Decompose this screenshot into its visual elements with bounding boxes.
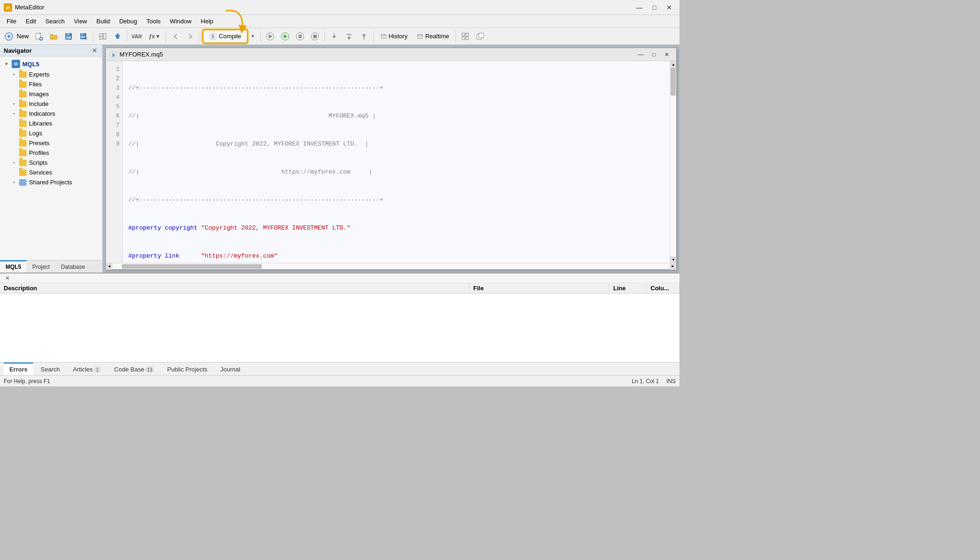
nav-item-profiles[interactable]: Profiles bbox=[0, 148, 102, 158]
nav-label-include: Include bbox=[29, 100, 49, 107]
back-button[interactable] bbox=[168, 30, 182, 43]
menu-search[interactable]: Search bbox=[41, 15, 69, 28]
scroll-up-arrow[interactable]: ▲ bbox=[670, 61, 676, 68]
open-button[interactable] bbox=[47, 30, 61, 43]
title-bar: M MetaEditor — □ ✕ bbox=[0, 0, 679, 15]
tab-codebase-label: Code Base bbox=[114, 366, 144, 373]
nav-item-scripts[interactable]: + Scripts bbox=[0, 158, 102, 168]
nav-root-mql5[interactable]: ▼ M MQL5 bbox=[0, 58, 102, 70]
svg-marker-25 bbox=[284, 35, 287, 38]
scroll-thumb[interactable] bbox=[671, 68, 676, 96]
code-close-button[interactable]: ✕ bbox=[661, 50, 672, 59]
compile-area: 5 Compile ▾ bbox=[203, 29, 258, 43]
separator-1 bbox=[93, 31, 93, 42]
history-button[interactable]: History bbox=[376, 31, 412, 42]
new-file-button[interactable] bbox=[32, 30, 46, 43]
save-all-button[interactable] bbox=[77, 30, 91, 43]
bottom-panel-close-button[interactable]: ✕ bbox=[4, 274, 11, 282]
menu-help[interactable]: Help bbox=[196, 15, 218, 28]
nav-label-shared-projects: Shared Projects bbox=[29, 179, 72, 186]
maximize-button[interactable]: □ bbox=[648, 2, 661, 13]
save-button[interactable] bbox=[62, 30, 76, 43]
svg-line-38 bbox=[381, 35, 384, 36]
svg-rect-15 bbox=[81, 36, 85, 38]
fx-button[interactable]: ƒx ▾ bbox=[145, 30, 163, 43]
minimize-button[interactable]: — bbox=[633, 2, 646, 13]
bottom-tabs: Errors Search Articles1 Code Base13 Publ… bbox=[0, 362, 679, 376]
menu-view[interactable]: View bbox=[70, 15, 92, 28]
horizontal-scrollbar[interactable]: ◄ ► bbox=[106, 263, 676, 269]
tab-mql5[interactable]: MQL5 bbox=[0, 260, 27, 273]
code-minimize-button[interactable]: — bbox=[635, 50, 646, 59]
svg-line-39 bbox=[384, 35, 386, 36]
tile-button[interactable] bbox=[458, 30, 472, 43]
new-button[interactable] bbox=[2, 30, 16, 43]
menu-file[interactable]: File bbox=[2, 15, 21, 28]
nav-item-logs[interactable]: Logs bbox=[0, 128, 102, 138]
menu-edit[interactable]: Edit bbox=[21, 15, 41, 28]
scroll-down-arrow[interactable]: ▼ bbox=[670, 256, 676, 263]
scroll-track[interactable] bbox=[670, 68, 676, 256]
nav-item-images[interactable]: Images bbox=[0, 89, 102, 99]
realtime-button[interactable]: Realtime bbox=[413, 31, 453, 42]
column-description: Description bbox=[0, 283, 469, 293]
expand-icon: + bbox=[11, 101, 17, 107]
switch-view-button[interactable] bbox=[96, 30, 110, 43]
h-scroll-thumb[interactable] bbox=[122, 264, 262, 269]
publish-button[interactable] bbox=[111, 30, 125, 43]
menu-debug[interactable]: Debug bbox=[114, 15, 141, 28]
code-maximize-button[interactable]: □ bbox=[648, 50, 659, 59]
nav-item-include[interactable]: + Include bbox=[0, 99, 102, 109]
tab-database[interactable]: Database bbox=[56, 260, 91, 273]
nav-root-label: MQL5 bbox=[22, 61, 39, 68]
forward-button[interactable] bbox=[183, 30, 197, 43]
status-position: Ln 1, Col 1 bbox=[632, 378, 659, 385]
tab-public-projects[interactable]: Public Projects bbox=[161, 363, 213, 375]
nav-item-shared-projects[interactable]: + Shared Projects bbox=[0, 177, 102, 187]
nav-item-libraries[interactable]: Libraries bbox=[0, 119, 102, 128]
menu-window[interactable]: Window bbox=[165, 15, 196, 28]
vertical-scrollbar[interactable]: ▲ ▼ bbox=[670, 61, 676, 263]
cascade-button[interactable] bbox=[473, 30, 487, 43]
tab-search[interactable]: Search bbox=[35, 363, 65, 375]
run-button[interactable] bbox=[278, 30, 292, 43]
close-button[interactable]: ✕ bbox=[663, 2, 676, 13]
navigator-close-button[interactable]: ✕ bbox=[91, 47, 98, 54]
tab-articles[interactable]: Articles1 bbox=[67, 363, 107, 376]
step-over-button[interactable] bbox=[342, 30, 356, 43]
step-out-button[interactable] bbox=[357, 30, 371, 43]
compile-button[interactable]: 5 Compile bbox=[203, 29, 248, 43]
menu-build[interactable]: Build bbox=[92, 15, 115, 28]
svg-rect-28 bbox=[300, 35, 301, 38]
start-button[interactable] bbox=[263, 30, 277, 43]
separator-6 bbox=[324, 31, 325, 42]
navigator-tabs: MQL5 Project Database bbox=[0, 260, 102, 273]
step-into-button[interactable] bbox=[327, 30, 341, 43]
nav-item-indicators[interactable]: + Indicators bbox=[0, 109, 102, 119]
tab-errors[interactable]: Errors bbox=[4, 363, 33, 375]
tab-journal[interactable]: Journal bbox=[215, 363, 246, 375]
svg-marker-23 bbox=[269, 35, 273, 38]
toolbar: New bbox=[0, 28, 679, 45]
menu-tools[interactable]: Tools bbox=[142, 15, 165, 28]
nav-item-presets[interactable]: Presets bbox=[0, 138, 102, 148]
var-button[interactable]: VAR bbox=[130, 30, 144, 43]
scroll-right-arrow[interactable]: ► bbox=[670, 263, 676, 270]
nav-item-services[interactable]: Services bbox=[0, 168, 102, 177]
tab-project[interactable]: Project bbox=[27, 260, 55, 273]
expand-icon bbox=[11, 140, 17, 146]
nav-item-files[interactable]: Files bbox=[0, 79, 102, 89]
svg-rect-30 bbox=[313, 35, 316, 38]
code-content[interactable]: //+-------------------------------------… bbox=[123, 61, 670, 263]
scroll-left-arrow[interactable]: ◄ bbox=[106, 263, 112, 270]
stop-button[interactable] bbox=[308, 30, 322, 43]
code-window: 5 MYFOREX.mq5 — □ ✕ 1 2 3 4 5 6 bbox=[105, 48, 677, 270]
compile-dropdown-button[interactable]: ▾ bbox=[248, 30, 258, 43]
svg-marker-32 bbox=[332, 36, 336, 38]
pause-button[interactable] bbox=[293, 30, 307, 43]
nav-item-experts[interactable]: + Experts bbox=[0, 70, 102, 79]
h-scroll-track[interactable] bbox=[112, 264, 670, 269]
svg-rect-48 bbox=[479, 33, 483, 38]
realtime-label: Realtime bbox=[425, 33, 449, 40]
tab-codebase[interactable]: Code Base13 bbox=[109, 363, 160, 376]
